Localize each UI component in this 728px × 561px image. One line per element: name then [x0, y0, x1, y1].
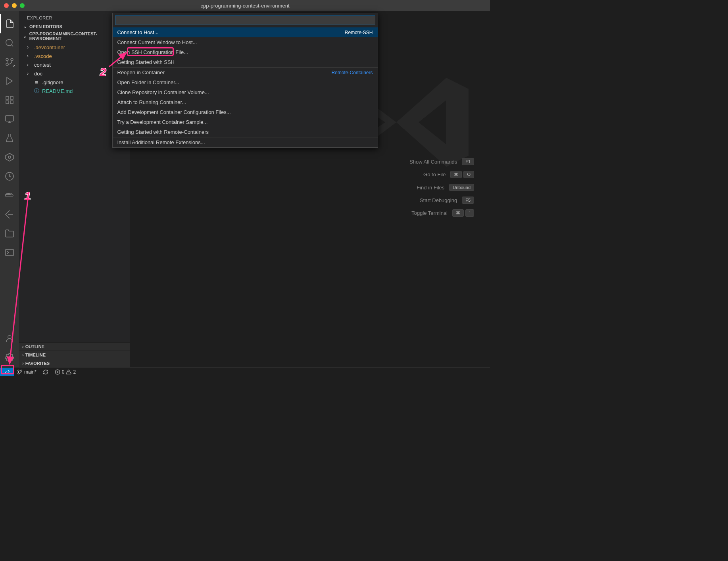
close-window-icon[interactable]: [4, 3, 9, 8]
tree-item-label: doc: [34, 71, 42, 77]
kubernetes-activity-icon[interactable]: [0, 148, 19, 167]
svg-rect-8: [6, 101, 9, 104]
svg-point-2: [11, 58, 13, 61]
palette-item-label: Reopen in Container: [117, 69, 165, 75]
key-hint: Unbound: [449, 184, 474, 191]
scm-badge: 2: [12, 64, 16, 68]
palette-item[interactable]: Attach to Running Container...: [113, 97, 378, 107]
svg-point-17: [8, 335, 11, 339]
shortcut-toggle-terminal: Toggle Terminal⌘`: [411, 209, 474, 217]
svg-rect-10: [6, 116, 13, 121]
palette-item[interactable]: Getting Started with SSH: [113, 57, 378, 67]
info-icon: ⓘ: [33, 87, 40, 94]
remote-indicator[interactable]: [0, 368, 14, 376]
key-hint: F1: [462, 158, 474, 165]
palette-item[interactable]: Open Folder in Container...: [113, 77, 378, 87]
key-hint: ⌘: [452, 209, 464, 217]
testing-activity-icon[interactable]: [0, 129, 19, 148]
favorites-label: FAVORITES: [25, 361, 50, 366]
palette-item-category: Remote-SSH: [345, 30, 373, 35]
palette-item-label: Try a Development Container Sample...: [117, 119, 208, 125]
status-bar: main* 0 2: [0, 367, 490, 376]
palette-item-label: Getting Started with Remote-Containers: [117, 129, 209, 135]
palette-item[interactable]: Add Development Container Configuration …: [113, 107, 378, 117]
palette-item[interactable]: Connect to Host...Remote-SSH: [113, 27, 378, 37]
palette-item[interactable]: Connect Current Window to Host...: [113, 37, 378, 47]
command-palette-input[interactable]: [115, 15, 375, 25]
window-title: cpp-programming-contest-environment: [201, 3, 290, 9]
terminal-activity-icon[interactable]: [0, 243, 19, 262]
source-control-activity-icon[interactable]: 2: [0, 52, 19, 71]
tree-item-label: .vscode: [34, 53, 52, 59]
palette-item[interactable]: Try a Development Container Sample...: [113, 117, 378, 127]
tree-item-label: .devcontainer: [34, 44, 65, 50]
key-hint: F5: [462, 197, 474, 204]
activity-bar: 2: [0, 11, 19, 367]
svg-line-1: [12, 45, 13, 46]
explorer-activity-icon[interactable]: [0, 14, 19, 33]
chevron-right-icon: ›: [27, 62, 32, 67]
problems-status[interactable]: 0 2: [52, 368, 79, 376]
palette-item-label: Connect to Host...: [117, 29, 159, 35]
svg-point-20: [18, 372, 19, 374]
docker-activity-icon[interactable]: [0, 186, 19, 205]
warnings-count: 2: [73, 369, 76, 375]
minimize-window-icon[interactable]: [12, 3, 17, 8]
svg-rect-9: [10, 101, 13, 104]
svg-rect-16: [6, 249, 13, 256]
chevron-right-icon: ›: [22, 344, 24, 349]
svg-point-3: [6, 63, 8, 66]
palette-item[interactable]: Install Additional Remote Extensions...: [113, 137, 378, 147]
maximize-window-icon[interactable]: [20, 3, 25, 8]
shortcut-find-in-files: Find in FilesUnbound: [417, 184, 474, 191]
svg-point-18: [8, 357, 11, 359]
outline-section[interactable]: ›OUTLINE: [19, 342, 130, 351]
remote-explorer-activity-icon[interactable]: [0, 110, 19, 129]
chevron-right-icon: ›: [27, 44, 32, 50]
search-activity-icon[interactable]: [0, 33, 19, 52]
key-hint: O: [463, 171, 474, 178]
svg-point-0: [6, 39, 12, 46]
svg-point-21: [21, 370, 22, 371]
tree-item-label: contest: [34, 62, 51, 68]
svg-point-14: [8, 156, 11, 158]
command-palette: Connect to Host...Remote-SSHConnect Curr…: [112, 13, 378, 148]
chevron-right-icon: ›: [22, 353, 24, 357]
go-activity-icon[interactable]: [0, 205, 19, 224]
extensions-activity-icon[interactable]: [0, 91, 19, 110]
git-branch-status[interactable]: main*: [14, 368, 40, 376]
titlebar: cpp-programming-contest-environment: [0, 0, 490, 11]
palette-item[interactable]: Getting Started with Remote-Containers: [113, 127, 378, 137]
errors-count: 0: [62, 369, 65, 375]
svg-marker-5: [7, 77, 12, 85]
gitlens-activity-icon[interactable]: [0, 167, 19, 186]
palette-item[interactable]: Clone Repository in Container Volume...: [113, 87, 378, 97]
shortcut-go-to-file: Go to File⌘O: [423, 171, 474, 178]
sync-status[interactable]: [40, 368, 52, 376]
tree-item-label: README.md: [42, 88, 73, 94]
palette-item-label: Install Additional Remote Extensions...: [117, 139, 205, 145]
svg-marker-13: [6, 153, 13, 161]
key-hint: `: [465, 209, 474, 217]
palette-item-label: Attach to Running Container...: [117, 99, 186, 105]
accounts-activity-icon[interactable]: [0, 329, 19, 348]
svg-point-4: [6, 58, 8, 61]
shortcut-label: Toggle Terminal: [411, 210, 448, 216]
shortcut-label: Show All Commands: [409, 159, 457, 165]
palette-item-label: Add Development Container Configuration …: [117, 109, 231, 115]
palette-item[interactable]: Reopen in ContainerRemote-Containers: [113, 67, 378, 77]
shortcut-label: Go to File: [423, 172, 446, 177]
palette-item[interactable]: Open SSH Configuration File...: [113, 47, 378, 57]
folder-activity-icon[interactable]: [0, 224, 19, 243]
chevron-right-icon: ›: [22, 361, 24, 366]
svg-point-19: [18, 370, 19, 371]
favorites-section[interactable]: ›FAVORITES: [19, 359, 130, 367]
timeline-label: TIMELINE: [25, 353, 46, 357]
palette-item-label: Open SSH Configuration File...: [117, 49, 188, 55]
run-debug-activity-icon[interactable]: [0, 71, 19, 91]
settings-activity-icon[interactable]: [0, 348, 19, 367]
chevron-down-icon: ⌄: [22, 24, 28, 29]
chevron-right-icon: ›: [27, 71, 32, 76]
welcome-shortcuts: Show All CommandsF1 Go to File⌘O Find in…: [409, 158, 474, 217]
timeline-section[interactable]: ›TIMELINE: [19, 351, 130, 359]
